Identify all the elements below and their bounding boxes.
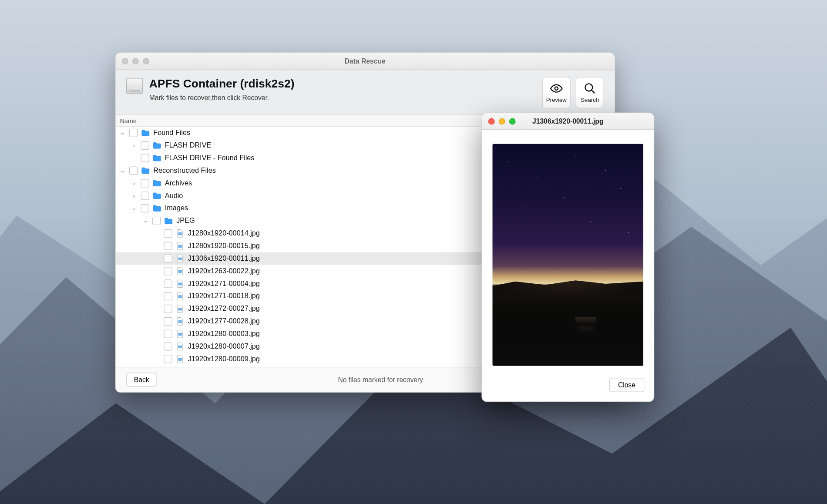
image-file-icon xyxy=(175,279,185,288)
folder-icon xyxy=(152,153,162,163)
row-checkbox[interactable] xyxy=(164,229,172,237)
folder-icon xyxy=(152,178,162,188)
indent xyxy=(116,359,154,359)
row-checkbox[interactable] xyxy=(164,242,172,250)
image-file-icon xyxy=(175,241,185,251)
indent xyxy=(116,183,131,183)
indent xyxy=(116,296,154,296)
preview-window: J1306x1920-00011.jpg Close xyxy=(481,113,654,402)
indent xyxy=(116,283,154,284)
close-button[interactable]: Close xyxy=(609,378,644,392)
image-file-icon xyxy=(175,354,185,364)
indent xyxy=(116,145,131,145)
page-title: APFS Container (rdisk2s2) xyxy=(149,77,536,91)
eye-icon xyxy=(550,82,563,95)
search-button[interactable]: Search xyxy=(576,77,604,108)
search-button-label: Search xyxy=(581,97,599,103)
desktop-background: Data Rescue APFS Container (rdisk2s2) Ma… xyxy=(0,0,827,504)
disclosure-triangle-icon[interactable]: ⌄ xyxy=(142,217,149,224)
image-file-icon xyxy=(175,316,185,326)
folder-icon xyxy=(164,216,173,225)
window-controls xyxy=(488,118,516,124)
zoom-window-icon[interactable] xyxy=(509,118,515,124)
indent xyxy=(116,245,154,246)
disclosure-triangle-icon[interactable]: ⌄ xyxy=(130,205,138,212)
preview-button[interactable]: Preview xyxy=(542,77,571,108)
preview-image xyxy=(493,144,643,366)
row-checkbox[interactable] xyxy=(141,192,149,200)
image-file-icon xyxy=(175,291,185,301)
row-checkbox[interactable] xyxy=(141,179,149,187)
row-checkbox[interactable] xyxy=(164,292,172,300)
indent xyxy=(116,220,142,221)
search-icon xyxy=(584,82,596,95)
image-file-icon xyxy=(175,304,185,313)
preview-titlebar[interactable]: J1306x1920-00011.jpg xyxy=(482,113,654,130)
preview-image-land xyxy=(493,277,643,299)
disclosure-triangle-icon[interactable]: ⌄ xyxy=(119,129,126,136)
indent xyxy=(116,333,154,334)
row-checkbox[interactable] xyxy=(164,254,172,262)
svg-point-1 xyxy=(585,84,592,91)
disclosure-triangle-icon[interactable]: ⌄ xyxy=(119,167,126,174)
row-checkbox[interactable] xyxy=(164,317,172,325)
minimize-window-icon[interactable] xyxy=(132,58,138,64)
row-checkbox[interactable] xyxy=(129,128,138,137)
svg-line-2 xyxy=(592,90,595,93)
disclosure-triangle-icon[interactable]: › xyxy=(130,142,138,148)
row-checkbox[interactable] xyxy=(129,166,138,175)
folder-icon xyxy=(152,191,162,200)
close-window-icon[interactable] xyxy=(122,58,128,64)
svg-point-0 xyxy=(555,87,558,90)
folder-icon xyxy=(152,141,162,150)
image-file-icon xyxy=(175,254,185,263)
indent xyxy=(116,233,154,233)
preview-title: J1306x1920-00011.jpg xyxy=(532,117,603,125)
row-checkbox[interactable] xyxy=(164,304,172,312)
image-file-icon xyxy=(175,329,185,339)
window-controls xyxy=(122,58,149,64)
row-checkbox[interactable] xyxy=(164,329,172,338)
image-file-icon xyxy=(175,228,185,238)
row-checkbox[interactable] xyxy=(141,141,149,149)
disclosure-triangle-icon[interactable]: › xyxy=(130,192,138,198)
indent xyxy=(116,346,154,346)
indent xyxy=(116,158,131,158)
preview-footer: Close xyxy=(482,370,654,401)
page-subtitle: Mark files to recover,then click Recover… xyxy=(149,94,536,101)
row-checkbox[interactable] xyxy=(141,204,149,212)
indent xyxy=(116,321,154,321)
row-checkbox[interactable] xyxy=(164,342,172,350)
window-title: Data Rescue xyxy=(345,57,386,65)
preview-image-boat xyxy=(575,317,596,324)
minimize-window-icon[interactable] xyxy=(499,118,505,124)
row-checkbox[interactable] xyxy=(141,154,149,162)
indent xyxy=(116,308,154,309)
row-checkbox[interactable] xyxy=(164,279,172,288)
preview-body xyxy=(482,130,654,370)
indent xyxy=(116,208,131,208)
indent xyxy=(116,258,154,259)
indent xyxy=(116,271,154,271)
back-button[interactable]: Back xyxy=(126,373,157,386)
indent xyxy=(116,132,119,133)
folder-icon xyxy=(152,203,162,213)
main-titlebar[interactable]: Data Rescue xyxy=(116,53,615,69)
image-file-icon xyxy=(175,342,185,351)
folder-icon xyxy=(141,128,150,138)
disclosure-triangle-icon[interactable]: › xyxy=(130,180,138,186)
image-file-icon xyxy=(175,266,185,276)
zoom-window-icon[interactable] xyxy=(143,58,149,64)
indent xyxy=(116,195,131,196)
window-header: APFS Container (rdisk2s2) Mark files to … xyxy=(116,70,615,115)
close-window-icon[interactable] xyxy=(488,118,494,124)
folder-icon xyxy=(141,166,150,175)
row-checkbox[interactable] xyxy=(152,216,161,225)
row-checkbox[interactable] xyxy=(164,267,172,275)
indent xyxy=(116,170,119,171)
preview-button-label: Preview xyxy=(546,97,567,103)
drive-icon xyxy=(126,78,143,94)
row-checkbox[interactable] xyxy=(164,355,172,363)
